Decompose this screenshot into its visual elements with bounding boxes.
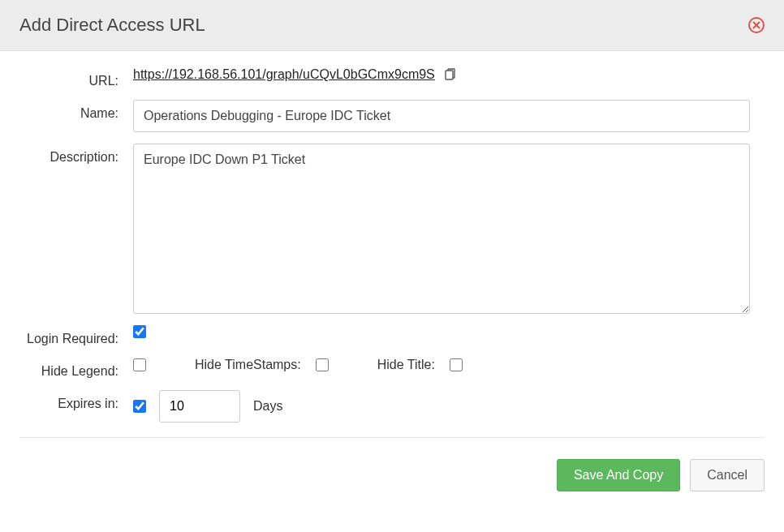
close-button[interactable] bbox=[748, 17, 765, 33]
url-link[interactable]: https://192.168.56.101/graph/uCQvL0bGCmx… bbox=[133, 67, 435, 82]
save-and-copy-button[interactable]: Save And Copy bbox=[557, 459, 680, 491]
hide-title-checkbox[interactable] bbox=[450, 358, 463, 371]
expires-unit: Days bbox=[253, 399, 282, 414]
expires-value-input[interactable] bbox=[159, 390, 240, 423]
login-required-checkbox[interactable] bbox=[133, 325, 146, 338]
hide-legend-checkbox[interactable] bbox=[133, 358, 146, 371]
row-hide-options: Hide Legend: Hide TimeStamps: Hide Title… bbox=[19, 358, 765, 379]
description-label: Description: bbox=[19, 144, 133, 165]
dialog-title: Add Direct Access URL bbox=[19, 15, 205, 36]
row-login-required: Login Required: bbox=[19, 325, 765, 346]
form-body: URL: https://192.168.56.101/graph/uCQvL0… bbox=[0, 51, 784, 423]
expires-checkbox[interactable] bbox=[133, 400, 146, 413]
dialog-footer: Save And Copy Cancel bbox=[0, 438, 784, 511]
description-input[interactable] bbox=[133, 144, 750, 314]
expires-label: Expires in: bbox=[19, 390, 133, 411]
url-label: URL: bbox=[19, 67, 133, 88]
name-input[interactable] bbox=[133, 100, 750, 132]
row-name: Name: bbox=[19, 100, 765, 132]
dialog-header: Add Direct Access URL bbox=[0, 0, 784, 51]
hide-timestamps-label: Hide TimeStamps: bbox=[195, 358, 301, 372]
svg-rect-2 bbox=[446, 71, 453, 79]
copy-icon[interactable] bbox=[443, 68, 456, 81]
row-expires: Expires in: Days bbox=[19, 390, 765, 423]
close-icon bbox=[752, 21, 760, 29]
hide-title-label: Hide Title: bbox=[377, 358, 435, 372]
login-required-label: Login Required: bbox=[19, 325, 133, 346]
cancel-button[interactable]: Cancel bbox=[690, 459, 765, 491]
hide-legend-label: Hide Legend: bbox=[19, 358, 133, 379]
row-description: Description: bbox=[19, 144, 765, 314]
name-label: Name: bbox=[19, 100, 133, 121]
row-url: URL: https://192.168.56.101/graph/uCQvL0… bbox=[19, 67, 765, 88]
hide-timestamps-checkbox[interactable] bbox=[316, 358, 329, 371]
